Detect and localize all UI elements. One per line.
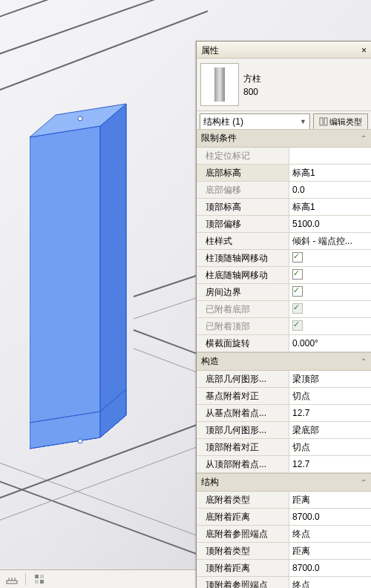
svg-rect-28 — [40, 580, 44, 584]
group-title: 结构 — [201, 476, 219, 489]
prop-value[interactable]: 12.7 — [289, 405, 371, 422]
prop-label: 底部偏移 — [197, 182, 289, 199]
prop-value[interactable]: 标高1 — [289, 199, 371, 216]
prop-label: 从顶部附着点... — [197, 456, 289, 473]
edit-type-button[interactable]: 编辑类型 — [313, 113, 368, 130]
prop-value[interactable]: 终点 — [289, 577, 371, 589]
svg-rect-29 — [320, 118, 323, 125]
prop-label: 顶部几何图形... — [197, 422, 289, 439]
svg-rect-27 — [35, 580, 39, 584]
prop-label: 顶部偏移 — [197, 216, 289, 233]
properties-panel: 属性 × 方柱 800 结构柱 (1) ▼ 编辑类型 限制条件⌃柱定位标记底部标… — [196, 41, 371, 588]
prop-value[interactable]: 0.000° — [289, 335, 371, 352]
svg-point-19 — [78, 439, 82, 443]
prop-value[interactable] — [289, 148, 371, 165]
prop-label: 顶附着参照端点 — [197, 577, 289, 589]
prop-value[interactable]: 切点 — [289, 439, 371, 456]
prop-label: 基点附着对正 — [197, 388, 289, 405]
prop-value[interactable] — [289, 250, 371, 267]
prop-value[interactable]: 5100.0 — [289, 216, 371, 233]
svg-point-18 — [78, 116, 82, 121]
group-header-structural[interactable]: 结构⌃ — [197, 473, 371, 492]
prop-value[interactable]: 终点 — [289, 526, 371, 543]
chevron-up-icon: ⌃ — [361, 478, 367, 486]
prop-label: 底部几何图形... — [197, 371, 289, 388]
view-status-bar — [0, 569, 197, 588]
svg-marker-13 — [100, 104, 126, 437]
svg-rect-21 — [7, 581, 17, 584]
prop-value[interactable] — [289, 284, 371, 301]
prop-label: 柱样式 — [197, 233, 289, 250]
prop-value[interactable]: 12.7 — [289, 456, 371, 473]
prop-value[interactable]: 距离 — [289, 543, 371, 560]
prop-label: 已附着底部 — [197, 301, 289, 318]
group-table-constraints: 柱定位标记底部标高标高1底部偏移0.0顶部标高标高1顶部偏移5100.0柱样式倾… — [197, 148, 371, 352]
instance-filter-combo[interactable]: 结构柱 (1) ▼ — [200, 113, 310, 130]
prop-label: 柱定位标记 — [197, 148, 289, 165]
checkbox[interactable] — [292, 269, 303, 280]
group-header-construction[interactable]: 构造⌃ — [197, 352, 371, 371]
svg-rect-25 — [35, 575, 39, 578]
prop-value[interactable]: 梁顶部 — [289, 371, 371, 388]
detail-level-icon[interactable] — [33, 573, 45, 585]
prop-value[interactable]: 8700.0 — [289, 560, 371, 577]
type-size: 800 — [243, 87, 261, 97]
prop-label: 柱底随轴网移动 — [197, 267, 289, 284]
svg-rect-30 — [324, 118, 327, 125]
prop-value[interactable]: 梁底部 — [289, 422, 371, 439]
instance-filter-text: 结构柱 (1) — [203, 116, 243, 128]
prop-label: 从基点附着点... — [197, 405, 289, 422]
edit-type-label: 编辑类型 — [329, 116, 362, 128]
prop-value[interactable]: 标高1 — [289, 165, 371, 182]
prop-label: 底附着距离 — [197, 509, 289, 526]
prop-value[interactable]: 切点 — [289, 388, 371, 405]
checkbox — [292, 303, 303, 314]
chevron-up-icon: ⌃ — [361, 357, 367, 366]
prop-label: 顶附着类型 — [197, 543, 289, 560]
prop-value — [289, 301, 371, 318]
prop-label: 顶部附着对正 — [197, 439, 289, 456]
group-title: 限制条件 — [201, 132, 237, 145]
edit-type-icon — [319, 117, 328, 126]
prop-label: 已附着顶部 — [197, 318, 289, 335]
chevron-up-icon: ⌃ — [361, 134, 367, 142]
panel-title-text: 属性 — [201, 44, 219, 57]
type-thumbnail — [200, 63, 239, 106]
prop-value[interactable]: 距离 — [289, 492, 371, 509]
selected-column[interactable] — [30, 96, 160, 467]
svg-line-2 — [0, 11, 208, 104]
prop-value[interactable]: 8700.0 — [289, 509, 371, 526]
group-table-structural: 底附着类型距离底附着距离8700.0底附着参照端点终点顶附着类型距离顶附着距离8… — [197, 492, 371, 588]
prop-label: 横截面旋转 — [197, 335, 289, 352]
group-title: 构造 — [201, 355, 219, 368]
family-name: 方柱 — [243, 73, 261, 85]
prop-value[interactable]: 倾斜 - 端点控... — [289, 233, 371, 250]
scale-icon[interactable] — [6, 573, 18, 585]
prop-label: 顶部标高 — [197, 199, 289, 216]
prop-label: 底附着参照端点 — [197, 526, 289, 543]
prop-value[interactable] — [289, 267, 371, 284]
prop-label: 柱顶随轴网移动 — [197, 250, 289, 267]
checkbox[interactable] — [292, 252, 303, 262]
prop-label: 底附着类型 — [197, 492, 289, 509]
prop-value — [289, 318, 371, 335]
prop-label: 底部标高 — [197, 165, 289, 182]
prop-label: 顶附着距离 — [197, 560, 289, 577]
properties-scroll[interactable]: 限制条件⌃柱定位标记底部标高标高1底部偏移0.0顶部标高标高1顶部偏移5100.… — [197, 129, 371, 588]
prop-label: 房间边界 — [197, 284, 289, 301]
panel-titlebar[interactable]: 属性 × — [197, 42, 371, 59]
svg-marker-12 — [30, 126, 100, 449]
checkbox — [292, 320, 303, 331]
close-icon[interactable]: × — [361, 45, 367, 56]
checkbox[interactable] — [292, 286, 303, 297]
type-selector[interactable]: 方柱 800 — [197, 59, 371, 111]
svg-line-1 — [0, 0, 193, 30]
group-header-constraints[interactable]: 限制条件⌃ — [197, 129, 371, 148]
chevron-down-icon: ▼ — [300, 118, 306, 125]
prop-value[interactable]: 0.0 — [289, 182, 371, 199]
group-table-construction: 底部几何图形...梁顶部基点附着对正切点从基点附着点...12.7顶部几何图形.… — [197, 371, 371, 473]
svg-rect-26 — [40, 575, 44, 578]
